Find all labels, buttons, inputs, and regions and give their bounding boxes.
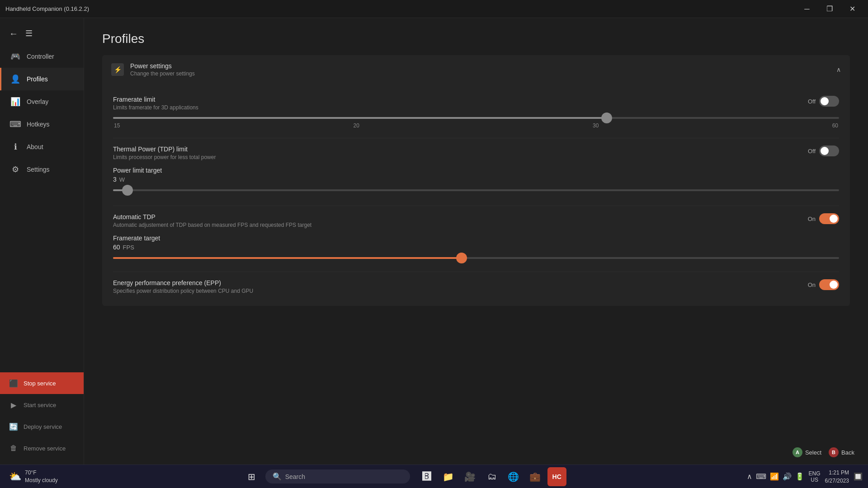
- start-icon: ⊞: [248, 471, 255, 482]
- sidebar-item-profiles[interactable]: 👤 Profiles: [0, 68, 84, 90]
- back-button[interactable]: ←: [5, 25, 22, 42]
- panel-icon: ⚡: [111, 63, 124, 76]
- start-service-button[interactable]: ▶ Start service: [0, 394, 84, 416]
- tdp-value: 3: [113, 176, 117, 183]
- sidebar-item-label: About: [27, 143, 43, 150]
- language-info[interactable]: ENGUS: [809, 470, 821, 483]
- search-icon: 🔍: [273, 472, 282, 481]
- framerate-target-section: Framerate target 60 FPS: [113, 235, 839, 264]
- tdp-slider-thumb[interactable]: [122, 185, 133, 196]
- current-time: 1:21 PM: [825, 469, 849, 477]
- taskbar-left: ⛅ 70°F Mostly cloudy: [5, 467, 61, 486]
- sidebar-item-label: Overlay: [27, 98, 48, 105]
- sidebar-item-label: Settings: [27, 166, 50, 173]
- panel-subtitle: Change the power settings: [130, 70, 195, 77]
- gamepad-hints: A Select B Back: [793, 447, 854, 457]
- framerate-limit-thumb[interactable]: [601, 113, 612, 123]
- main-content: Profiles ⚡ Power settings Change the pow…: [84, 18, 868, 465]
- taskbar: ⛅ 70°F Mostly cloudy ⊞ 🔍 Search 🅱 📁 🎥 🗂 …: [0, 465, 868, 488]
- network-icon[interactable]: 📶: [770, 472, 779, 481]
- taskbar-app-edge[interactable]: 🌐: [504, 467, 523, 486]
- start-icon: ▶: [9, 400, 18, 409]
- battery-icon[interactable]: 🔋: [795, 472, 804, 481]
- auto-tdp-toggle[interactable]: [819, 213, 839, 224]
- epp-setting: Energy performance preference (EPP) Spec…: [113, 272, 839, 297]
- taskbar-app-teams[interactable]: 🎥: [461, 467, 480, 486]
- sidebar-item-label: Hotkeys: [27, 121, 50, 128]
- sidebar-item-controller[interactable]: 🎮 Controller: [0, 45, 84, 68]
- auto-tdp-toggle-label: On: [808, 216, 816, 222]
- sidebar-item-label: Profiles: [27, 75, 48, 83]
- stop-service-button[interactable]: ⬛ Stop service: [0, 372, 84, 394]
- weather-icon: ⛅: [9, 471, 21, 483]
- app-title: Handheld Companion (0.16.2.2): [5, 5, 89, 12]
- taskbar-app-office[interactable]: 💼: [526, 467, 545, 486]
- framerate-limit-label: Framerate limit: [113, 96, 198, 103]
- power-limit-target-label: Power limit target: [113, 167, 839, 174]
- sidebar: ← ☰ 🎮 Controller 👤 Profiles 📊 Overlay ⌨ …: [0, 18, 84, 465]
- sidebar-item-hotkeys[interactable]: ⌨ Hotkeys: [0, 113, 84, 136]
- hint-back: B Back: [829, 447, 854, 457]
- sidebar-item-about[interactable]: ℹ About: [0, 136, 84, 158]
- framerate-target-thumb[interactable]: [456, 253, 467, 263]
- remove-service-button[interactable]: 🗑 Remove service: [0, 437, 84, 459]
- taskbar-app-handheld[interactable]: HC: [547, 467, 566, 486]
- sidebar-item-label: Controller: [27, 53, 54, 60]
- close-button[interactable]: ✕: [842, 2, 863, 16]
- panel-title: Power settings: [130, 62, 195, 70]
- minimize-button[interactable]: ─: [797, 2, 817, 16]
- weather-widget[interactable]: ⛅ 70°F Mostly cloudy: [5, 467, 61, 486]
- title-bar: Handheld Companion (0.16.2.2) ─ ❐ ✕: [0, 0, 868, 18]
- epp-toggle[interactable]: [819, 279, 839, 290]
- search-text: Search: [285, 473, 305, 480]
- framerate-target-unit: FPS: [123, 244, 134, 251]
- deploy-service-button[interactable]: 🔄 Deploy service: [0, 416, 84, 437]
- notification-icon[interactable]: 🔲: [854, 472, 863, 481]
- search-bar[interactable]: 🔍 Search: [265, 469, 410, 483]
- a-button-icon: A: [793, 447, 802, 457]
- maximize-button[interactable]: ❐: [819, 2, 840, 16]
- taskbar-app-explorer[interactable]: 🗂: [482, 467, 501, 486]
- taskbar-app-bing[interactable]: 🅱: [417, 467, 436, 486]
- taskbar-right: ∧ ⌨ 📶 🔊 🔋 ENGUS 1:21 PM 6/27/2023 🔲: [747, 469, 863, 485]
- app-body: ← ☰ 🎮 Controller 👤 Profiles 📊 Overlay ⌨ …: [0, 18, 868, 465]
- tdp-limit-label: Thermal Power (TDP) limit: [113, 145, 216, 153]
- framerate-limit-slider-container: 15 20 30 60: [113, 113, 839, 131]
- auto-tdp-setting: Automatic TDP Automatic adjustement of T…: [113, 206, 839, 231]
- hamburger-icon[interactable]: ☰: [25, 28, 33, 38]
- volume-icon[interactable]: 🔊: [783, 472, 792, 481]
- tdp-unit: W: [119, 176, 125, 183]
- framerate-limit-setting: Framerate limit Limits framerate for 3D …: [113, 89, 839, 113]
- service-buttons: ⬛ Stop service ▶ Start service 🔄 Deploy …: [0, 372, 84, 459]
- settings-section: Framerate limit Limits framerate for 3D …: [102, 84, 850, 306]
- hint-back-label: Back: [841, 449, 854, 456]
- tray-expand-icon[interactable]: ∧: [747, 472, 752, 481]
- auto-tdp-label: Automatic TDP: [113, 213, 311, 221]
- keyboard-icon[interactable]: ⌨: [756, 472, 766, 481]
- b-button-icon: B: [829, 447, 839, 457]
- tdp-limit-desc: Limits processor power for less total po…: [113, 154, 216, 160]
- framerate-target-slider-container: [113, 253, 839, 264]
- system-clock[interactable]: 1:21 PM 6/27/2023: [825, 469, 849, 485]
- weather-temp: 70°F: [25, 469, 58, 477]
- auto-tdp-desc: Automatic adjustement of TDP based on me…: [113, 222, 311, 228]
- framerate-limit-toggle[interactable]: [819, 96, 839, 107]
- framerate-limit-desc: Limits framerate for 3D applications: [113, 104, 198, 111]
- power-settings-panel: ⚡ Power settings Change the power settin…: [102, 55, 850, 306]
- sidebar-item-settings[interactable]: ⚙ Settings: [0, 158, 84, 181]
- panel-header-left: ⚡ Power settings Change the power settin…: [111, 62, 195, 77]
- start-button[interactable]: ⊞: [242, 467, 262, 487]
- page-title: Profiles: [102, 32, 850, 46]
- framerate-target-value: 60: [113, 244, 120, 251]
- panel-header[interactable]: ⚡ Power settings Change the power settin…: [102, 55, 850, 84]
- deploy-icon: 🔄: [9, 422, 18, 431]
- taskbar-app-files[interactable]: 📁: [439, 467, 458, 486]
- sidebar-nav: 🎮 Controller 👤 Profiles 📊 Overlay ⌨ Hotk…: [0, 45, 84, 369]
- tdp-limit-setting: Thermal Power (TDP) limit Limits process…: [113, 138, 839, 163]
- hint-select: A Select: [793, 447, 821, 457]
- settings-icon: ⚙: [10, 164, 20, 174]
- sidebar-item-overlay[interactable]: 📊 Overlay: [0, 90, 84, 113]
- framerate-target-label: Framerate target: [113, 235, 839, 242]
- system-tray: ∧ ⌨ 📶 🔊 🔋: [747, 472, 804, 481]
- tdp-limit-toggle[interactable]: [819, 145, 839, 156]
